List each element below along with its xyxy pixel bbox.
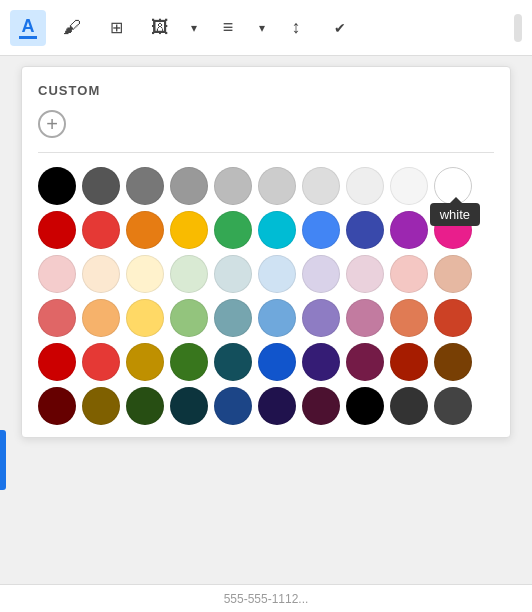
- text-format-icon: A: [19, 17, 37, 39]
- color-swatch[interactable]: [126, 299, 164, 337]
- color-swatch[interactable]: [346, 255, 384, 293]
- color-swatch[interactable]: [390, 167, 428, 205]
- align-chevron-icon: ▾: [259, 21, 265, 35]
- color-swatch[interactable]: [346, 299, 384, 337]
- color-swatch[interactable]: [214, 299, 252, 337]
- color-swatch[interactable]: [302, 343, 340, 381]
- color-swatch[interactable]: [302, 387, 340, 425]
- color-swatch[interactable]: [38, 387, 76, 425]
- color-swatch[interactable]: [346, 387, 384, 425]
- white-color-swatch[interactable]: [434, 167, 472, 205]
- color-swatch[interactable]: [390, 255, 428, 293]
- color-swatch[interactable]: [258, 387, 296, 425]
- color-swatch[interactable]: [434, 343, 472, 381]
- chevron-down-icon: ▾: [191, 21, 197, 35]
- color-swatch[interactable]: [126, 167, 164, 205]
- color-swatch[interactable]: [38, 255, 76, 293]
- color-swatch[interactable]: [126, 211, 164, 249]
- plus-icon: +: [46, 113, 58, 136]
- color-swatch[interactable]: [258, 211, 296, 249]
- color-swatch[interactable]: [434, 255, 472, 293]
- color-swatch[interactable]: [82, 211, 120, 249]
- color-grid: white: [38, 167, 494, 425]
- color-swatch[interactable]: [170, 299, 208, 337]
- color-swatch[interactable]: [258, 343, 296, 381]
- checklist-icon: ✔: [334, 20, 346, 36]
- color-swatch[interactable]: [434, 211, 472, 249]
- toolbar: A 🖌 ⊞ 🖼 ▾ ≡ ▾ ↕ ✔: [0, 0, 532, 56]
- color-swatch[interactable]: [390, 211, 428, 249]
- selection-indicator: [0, 430, 6, 490]
- color-swatch[interactable]: [82, 387, 120, 425]
- color-swatch[interactable]: [258, 299, 296, 337]
- color-swatch[interactable]: [170, 343, 208, 381]
- color-swatch[interactable]: [126, 255, 164, 293]
- color-swatch[interactable]: [82, 167, 120, 205]
- insert-link-icon: ⊞: [110, 18, 123, 37]
- add-custom-color-button[interactable]: +: [38, 110, 66, 138]
- bottom-text: 555-555-1112...: [224, 592, 309, 606]
- line-height-icon: ↕: [292, 17, 301, 38]
- color-swatch[interactable]: [434, 299, 472, 337]
- paint-format-icon: 🖌: [63, 17, 81, 38]
- color-picker-panel: CUSTOM + white: [21, 66, 511, 438]
- insert-image-icon: 🖼: [151, 17, 169, 38]
- color-swatch[interactable]: [434, 387, 472, 425]
- color-swatch[interactable]: [38, 343, 76, 381]
- color-swatch[interactable]: [390, 387, 428, 425]
- insert-image-button[interactable]: 🖼: [142, 10, 178, 46]
- color-swatch[interactable]: [390, 299, 428, 337]
- color-swatch[interactable]: [214, 211, 252, 249]
- align-icon: ≡: [223, 17, 234, 38]
- color-swatch[interactable]: [214, 255, 252, 293]
- color-swatch[interactable]: [126, 387, 164, 425]
- color-swatch[interactable]: [38, 299, 76, 337]
- bottom-bar: 555-555-1112...: [0, 584, 532, 612]
- color-swatch[interactable]: [346, 167, 384, 205]
- color-swatch[interactable]: [258, 167, 296, 205]
- white-swatch-wrapper: white: [434, 167, 472, 205]
- color-swatch[interactable]: [258, 255, 296, 293]
- color-swatch[interactable]: [302, 255, 340, 293]
- color-swatch[interactable]: [214, 343, 252, 381]
- color-swatch[interactable]: [170, 387, 208, 425]
- color-swatch[interactable]: [346, 211, 384, 249]
- color-swatch[interactable]: [170, 255, 208, 293]
- color-swatch[interactable]: [346, 343, 384, 381]
- insert-link-button[interactable]: ⊞: [98, 10, 134, 46]
- paint-format-button[interactable]: 🖌: [54, 10, 90, 46]
- color-swatch[interactable]: [214, 167, 252, 205]
- image-dropdown-button[interactable]: ▾: [186, 10, 202, 46]
- align-dropdown-button[interactable]: ▾: [254, 10, 270, 46]
- color-swatch[interactable]: [82, 343, 120, 381]
- color-swatch[interactable]: [82, 255, 120, 293]
- scrollbar-handle[interactable]: [514, 14, 522, 42]
- color-swatch[interactable]: [302, 211, 340, 249]
- color-swatch[interactable]: [170, 211, 208, 249]
- color-swatch[interactable]: [390, 343, 428, 381]
- color-swatch[interactable]: [170, 167, 208, 205]
- color-swatch[interactable]: [126, 343, 164, 381]
- color-swatch[interactable]: [38, 211, 76, 249]
- color-swatch[interactable]: [214, 387, 252, 425]
- custom-label: CUSTOM: [38, 83, 494, 98]
- text-format-button[interactable]: A: [10, 10, 46, 46]
- color-swatch[interactable]: [302, 299, 340, 337]
- checklist-button[interactable]: ✔: [322, 10, 358, 46]
- color-swatch[interactable]: [82, 299, 120, 337]
- color-swatch[interactable]: [38, 167, 76, 205]
- color-swatch[interactable]: [302, 167, 340, 205]
- line-height-button[interactable]: ↕: [278, 10, 314, 46]
- separator: [38, 152, 494, 153]
- align-button[interactable]: ≡: [210, 10, 246, 46]
